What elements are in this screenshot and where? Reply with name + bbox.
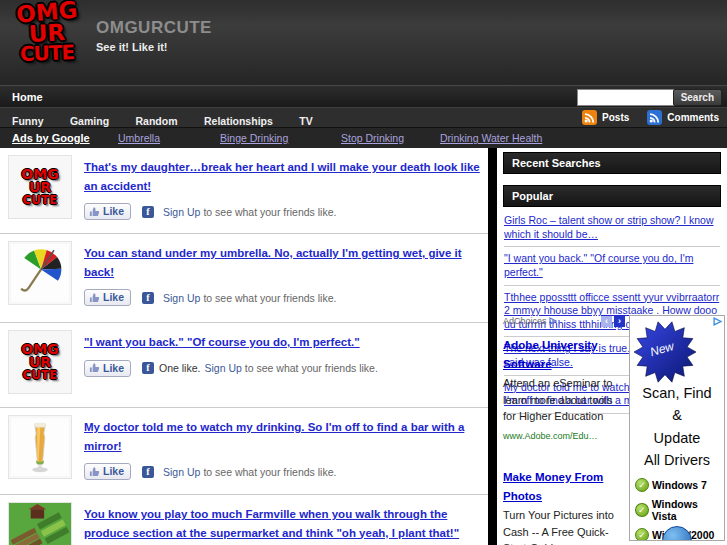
nav-item-funny[interactable]: Funny [12, 115, 44, 127]
like-button-label: Like [103, 362, 124, 374]
facebook-like-button[interactable]: Like [84, 463, 131, 480]
post-item: My doctor told me to watch my drinking. … [0, 408, 488, 495]
signup-link[interactable]: Sign Up [204, 362, 241, 374]
adchoices-icon [549, 317, 557, 325]
green-check-icon [635, 528, 649, 541]
ad-link-umbrella[interactable]: Umbrella [118, 132, 160, 144]
like-count-text: One like. [159, 362, 200, 374]
post-title-link[interactable]: That's my daughter…break her heart and I… [84, 161, 480, 192]
beer-glass-icon [11, 418, 69, 476]
popular-link[interactable]: "I want you back." "Of course you do, I'… [504, 247, 720, 285]
post-thumbnail-beer-glass-icon[interactable] [8, 415, 72, 479]
omgurcute-page: OMG UR CUTE OMGURCUTE See it! Like it! H… [0, 0, 727, 545]
comments-rss-label: Comments [667, 112, 719, 123]
ad-prev-button[interactable] [601, 316, 612, 327]
nav-item-home[interactable]: Home [12, 91, 43, 103]
ads-by-google-label: Ads by Google [12, 132, 90, 144]
google-text-ads: AdChoices Adobe University Software Atte… [503, 315, 625, 545]
facebook-like-button[interactable]: Like [84, 203, 131, 220]
post-thumbnail-rainbow-umbrella-icon[interactable] [8, 241, 72, 305]
os-label: Windows 7 [652, 479, 707, 491]
nav-item-random[interactable]: Random [136, 115, 178, 127]
rss-icon [582, 110, 597, 125]
rainbow-umbrella-icon [11, 244, 69, 302]
thumb-up-icon [89, 466, 100, 477]
rss-icon [647, 110, 662, 125]
green-check-icon [635, 478, 649, 492]
post-thumbnail-omgurcute-logo-icon[interactable]: OMG UR CUTE [8, 330, 72, 394]
google-ad: Adobe University Software Attend an eSem… [503, 335, 625, 443]
site-header: OMG UR CUTE OMGURCUTE See it! Like it! [0, 0, 727, 85]
signup-link[interactable]: Sign Up [163, 466, 200, 478]
facebook-like-button[interactable]: Like [84, 360, 131, 377]
recent-searches-header: Recent Searches [503, 152, 721, 174]
nav-item-relationships[interactable]: Relationships [204, 115, 273, 127]
google-ad: Make Money From Photos Turn Your Picture… [503, 467, 625, 545]
facebook-like-row: Like Sign Up to see what your friends li… [84, 203, 480, 220]
like-note-text: to see what your friends like. [203, 206, 336, 218]
ad-next-button[interactable] [614, 316, 625, 327]
post-item: OMG UR CUTE "I want you back." "Of cours… [0, 323, 488, 408]
popular-header: Popular [503, 185, 721, 207]
driver-update-ad-banner[interactable]: New Scan, Find & Update All Drivers Wind… [629, 315, 725, 541]
post-title-link[interactable]: "I want you back." "Of course you do, I'… [84, 336, 360, 348]
post-title-link[interactable]: You can stand under my umbrella. No, act… [84, 247, 462, 278]
comments-rss-link[interactable]: Comments [647, 110, 719, 125]
post-thumbnail-omgurcute-logo-icon[interactable]: OMG UR CUTE [8, 155, 72, 219]
post-title-link[interactable]: My doctor told me to watch my drinking. … [84, 421, 464, 452]
popular-link[interactable]: Girls Roc – talent show or strip show? I… [504, 209, 720, 247]
google-ad-url-link[interactable]: www.Adobe.com/Edu… [503, 431, 598, 441]
google-ad-title-link[interactable]: Make Money From Photos [503, 471, 603, 502]
nav-item-gaming[interactable]: Gaming [70, 115, 109, 127]
signup-link[interactable]: Sign Up [163, 206, 200, 218]
post-thumbnail-farmville-screenshot-icon[interactable] [8, 502, 72, 545]
facebook-like-row: Like One like. Sign Up to see what your … [84, 360, 378, 377]
ad-link-binge-drinking[interactable]: Binge Drinking [220, 132, 288, 144]
headline-line: Update [630, 427, 724, 449]
adchoices-label[interactable]: AdChoices [503, 316, 547, 326]
adchoices-icon[interactable] [713, 317, 722, 326]
logo-line: CUTE [4, 43, 91, 64]
search-button[interactable]: Search [673, 89, 722, 106]
signup-link[interactable]: Sign Up [163, 292, 200, 304]
google-ad-body: Turn Your Pictures into Cash -- A Free Q… [503, 507, 625, 545]
facebook-like-button[interactable]: Like [84, 289, 131, 306]
driver-ad-headline: Scan, Find & Update All Drivers [630, 382, 724, 472]
headline-line: All Drivers [630, 449, 724, 471]
post-item: OMG UR CUTE That's my daughter…break her… [0, 148, 488, 234]
omgurcute-logo-icon: OMG UR CUTE [21, 343, 58, 381]
nav-item-tv[interactable]: TV [299, 115, 312, 127]
primary-nav-bar: Home Search [0, 85, 727, 107]
os-label: Windows Vista [652, 498, 724, 522]
thumb-up-icon [89, 206, 100, 217]
ad-link-stop-drinking[interactable]: Stop Drinking [341, 132, 404, 144]
search-input[interactable] [577, 89, 677, 106]
os-item: Windows Vista [635, 498, 724, 522]
google-ad-body: Attend an eSeminar to learn more about t… [503, 375, 625, 425]
facebook-icon [142, 466, 154, 478]
facebook-icon [142, 292, 154, 304]
os-item: Windows 7 [635, 478, 724, 492]
post-item: You can stand under my umbrella. No, act… [0, 234, 488, 323]
site-title[interactable]: OMGURCUTE [96, 18, 212, 38]
like-button-label: Like [103, 465, 124, 477]
thumb-up-icon [89, 292, 100, 303]
like-note-text: to see what your friends like. [203, 466, 336, 478]
green-check-icon [635, 503, 649, 517]
ads-by-google-bar: Ads by Google Umbrella Binge Drinking St… [0, 127, 727, 148]
facebook-icon [142, 362, 154, 374]
ad-link-drinking-water-health[interactable]: Drinking Water Health [440, 132, 542, 144]
thumb-up-icon [89, 362, 100, 373]
ad-pager [599, 316, 625, 327]
site-tagline: See it! Like it! [96, 41, 168, 53]
posts-rss-link[interactable]: Posts [582, 110, 629, 125]
post-title-link[interactable]: You know you play too much Farmville whe… [84, 508, 459, 539]
facebook-like-row: Like Sign Up to see what your friends li… [84, 463, 480, 480]
omgurcute-logo-icon: OMG UR CUTE [21, 168, 58, 206]
like-note-text: to see what your friends like. [245, 362, 378, 374]
post-list: OMG UR CUTE That's my daughter…break her… [0, 148, 488, 545]
google-ad-title-link[interactable]: Adobe University Software [503, 339, 598, 370]
ad-zone: AdChoices Adobe University Software Atte… [503, 315, 725, 545]
logo-line: CUTE [21, 370, 58, 381]
site-logo[interactable]: OMG UR CUTE [4, 2, 90, 82]
